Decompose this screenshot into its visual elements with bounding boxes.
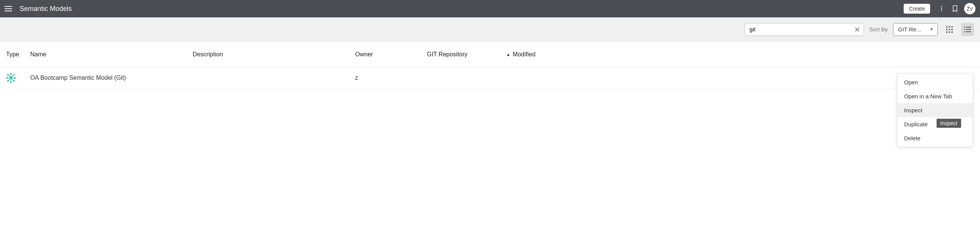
col-header-owner[interactable]: Owner (355, 51, 427, 58)
svg-point-25 (7, 80, 9, 82)
avatar[interactable]: ŽV (964, 3, 975, 14)
menu-icon[interactable] (5, 3, 15, 14)
toolbar: Sort By GIT Re… (0, 18, 980, 41)
svg-point-24 (13, 74, 15, 76)
col-header-modified[interactable]: ▲ Modified (506, 51, 974, 58)
table-row[interactable]: OA Bootcamp Semantic Model (Git) z (0, 67, 980, 89)
svg-point-1 (941, 8, 942, 10)
svg-rect-3 (946, 26, 948, 28)
col-header-modified-label: Modified (513, 51, 535, 58)
menu-item-open[interactable]: Open (897, 75, 973, 89)
svg-rect-13 (966, 27, 971, 28)
svg-point-23 (13, 80, 15, 82)
sort-dropdown[interactable]: GIT Re… (893, 23, 938, 36)
svg-rect-9 (946, 31, 948, 33)
row-owner: z (355, 75, 427, 81)
clear-search-icon[interactable] (853, 25, 862, 34)
row-name: OA Bootcamp Semantic Model (Git) (30, 75, 192, 81)
svg-point-26 (10, 77, 12, 79)
table-header: Type Name Description Owner GIT Reposito… (0, 41, 980, 67)
svg-rect-8 (951, 29, 953, 30)
svg-rect-11 (951, 31, 953, 33)
svg-point-21 (14, 77, 16, 79)
svg-rect-12 (964, 27, 965, 28)
create-button[interactable]: Create (904, 4, 930, 14)
col-header-description[interactable]: Description (192, 51, 355, 58)
semantic-model-type-icon (6, 73, 30, 83)
svg-rect-4 (949, 26, 950, 28)
col-header-name[interactable]: Name (30, 51, 192, 58)
list-view-icon[interactable] (961, 23, 974, 36)
sortby-label: Sort By (869, 26, 888, 32)
context-menu: Open Open in a New Tab Inspect Duplicate… (897, 73, 973, 89)
svg-point-0 (941, 6, 942, 8)
svg-point-20 (6, 77, 8, 79)
grid-view-icon[interactable] (943, 23, 956, 36)
svg-rect-6 (946, 29, 948, 30)
svg-rect-14 (964, 29, 965, 30)
svg-rect-7 (949, 29, 950, 30)
svg-rect-17 (966, 31, 971, 32)
sort-selected-value: GIT Re… (898, 26, 922, 32)
search-input[interactable] (745, 23, 864, 36)
page-title: Semantic Models (20, 5, 904, 13)
svg-rect-10 (949, 31, 950, 33)
svg-point-18 (10, 73, 12, 75)
svg-point-22 (7, 74, 9, 76)
svg-point-19 (10, 81, 12, 83)
col-header-git[interactable]: GIT Repository (427, 51, 506, 58)
svg-point-2 (941, 10, 942, 11)
svg-rect-15 (966, 29, 971, 30)
bookmark-icon[interactable] (949, 3, 961, 15)
col-header-type[interactable]: Type (6, 51, 30, 58)
svg-rect-16 (964, 31, 965, 32)
kebab-menu-icon[interactable] (935, 3, 948, 15)
sort-ascending-icon: ▲ (506, 52, 511, 57)
topbar: Semantic Models Create ŽV (0, 0, 980, 18)
svg-rect-5 (951, 26, 953, 28)
search-wrap (745, 23, 864, 36)
